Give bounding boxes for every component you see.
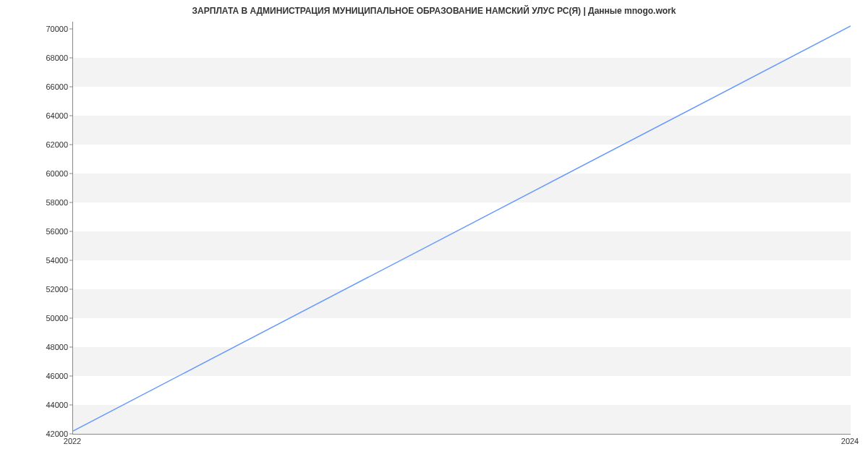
- y-tick-mark: [69, 116, 72, 116]
- y-tick-mark: [69, 87, 72, 87]
- plot-area: [72, 22, 851, 435]
- y-tick-mark: [69, 29, 72, 30]
- y-tick-mark: [69, 260, 72, 261]
- y-tick-label: 50000: [3, 314, 68, 322]
- y-tick-mark: [69, 405, 72, 406]
- y-tick-label: 44000: [3, 401, 68, 409]
- y-tick-mark: [69, 231, 72, 232]
- y-tick-label: 62000: [3, 140, 68, 149]
- y-tick-label: 70000: [3, 25, 68, 33]
- y-tick-label: 68000: [3, 54, 68, 62]
- y-tick-label: 46000: [3, 372, 68, 380]
- y-tick-mark: [69, 434, 72, 435]
- chart-title: ЗАРПЛАТА В АДМИНИСТРАЦИЯ МУНИЦИПАЛЬНОЕ О…: [0, 6, 868, 16]
- y-tick-label: 52000: [3, 285, 68, 294]
- y-tick-label: 64000: [3, 111, 68, 120]
- y-tick-label: 54000: [3, 256, 68, 265]
- x-tick-label: 2022: [64, 437, 81, 445]
- y-tick-mark: [69, 202, 72, 203]
- y-tick-mark: [69, 58, 72, 59]
- chart-container: ЗАРПЛАТА В АДМИНИСТРАЦИЯ МУНИЦИПАЛЬНОЕ О…: [0, 0, 868, 470]
- y-tick-label: 56000: [3, 227, 68, 236]
- line-series: [73, 22, 851, 434]
- y-tick-mark: [69, 145, 72, 145]
- y-tick-label: 42000: [3, 430, 68, 438]
- y-tick-label: 48000: [3, 343, 68, 351]
- y-tick-mark: [69, 289, 72, 290]
- y-tick-mark: [69, 347, 72, 348]
- y-tick-label: 66000: [3, 82, 68, 91]
- y-tick-label: 58000: [3, 198, 68, 207]
- y-tick-label: 60000: [3, 169, 68, 178]
- y-tick-mark: [69, 376, 72, 377]
- y-tick-mark: [69, 174, 72, 174]
- x-tick-label: 2024: [841, 437, 859, 445]
- y-tick-mark: [69, 318, 72, 319]
